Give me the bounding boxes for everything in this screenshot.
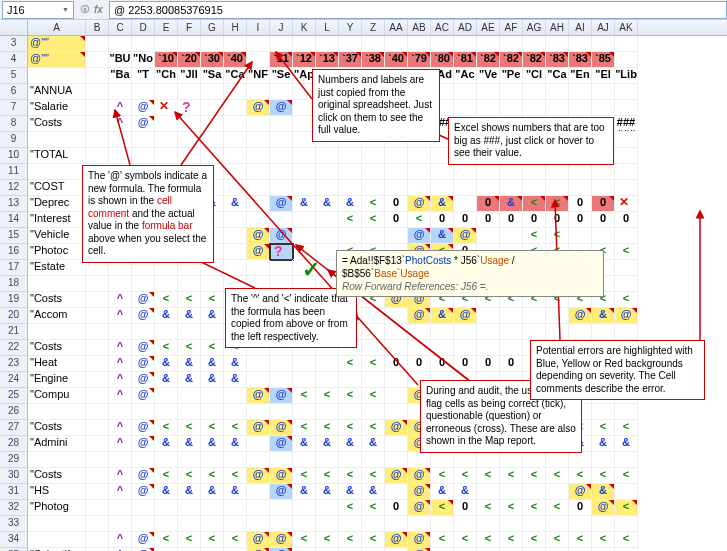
cell-AG7[interactable] <box>523 100 546 116</box>
cell-G34[interactable]: < <box>201 532 224 548</box>
row-header-28[interactable]: 28 <box>0 436 28 452</box>
cell-F28[interactable]: & <box>178 436 201 452</box>
select-all-corner[interactable] <box>0 20 28 35</box>
cell-AK28[interactable]: & <box>615 436 638 452</box>
cell-F26[interactable] <box>178 404 201 420</box>
cell-AI34[interactable]: < <box>569 532 592 548</box>
cell-J8[interactable] <box>270 116 293 132</box>
row-header-33[interactable]: 33 <box>0 516 28 532</box>
row-header-13[interactable]: 13 <box>0 196 28 212</box>
cell-B5[interactable] <box>86 68 109 84</box>
cell-AC11[interactable] <box>431 164 454 180</box>
cell-A22[interactable]: "Costs <box>28 340 86 356</box>
cell-B24[interactable] <box>86 372 109 388</box>
col-header-A[interactable]: A <box>28 20 86 35</box>
cell-D7[interactable]: @ <box>132 100 155 116</box>
cell-AI4[interactable]: `83 <box>569 52 592 68</box>
cell-AD23[interactable]: 0 <box>454 356 477 372</box>
cell-A13[interactable]: "Deprec <box>28 196 86 212</box>
cell-AB3[interactable] <box>408 36 431 52</box>
cell-F4[interactable]: `20 <box>178 52 201 68</box>
cell-C29[interactable] <box>109 452 132 468</box>
cell-AD31[interactable]: & <box>454 484 477 500</box>
cell-Z30[interactable]: < <box>362 468 385 484</box>
cell-AA29[interactable] <box>385 452 408 468</box>
cell-D30[interactable]: @ <box>132 468 155 484</box>
cell-A15[interactable]: "Vehicle <box>28 228 86 244</box>
cell-AB23[interactable]: 0 <box>408 356 431 372</box>
cell-AA27[interactable]: @ <box>385 420 408 436</box>
cell-AG13[interactable]: < <box>523 196 546 212</box>
cell-AK26[interactable] <box>615 404 638 420</box>
col-header-AI[interactable]: AI <box>569 20 592 35</box>
row-header-25[interactable]: 25 <box>0 388 28 404</box>
cell-AK20[interactable]: @ <box>615 308 638 324</box>
cell-AJ28[interactable]: & <box>592 436 615 452</box>
cell-AB14[interactable]: < <box>408 212 431 228</box>
cell-I13[interactable] <box>247 196 270 212</box>
cell-AF13[interactable]: & <box>500 196 523 212</box>
cell-AC21[interactable] <box>431 324 454 340</box>
cell-F20[interactable]: & <box>178 308 201 324</box>
cell-H7[interactable] <box>224 100 247 116</box>
cell-B4[interactable] <box>86 52 109 68</box>
cell-A17[interactable]: "Estate <box>28 260 86 276</box>
cell-AK12[interactable] <box>615 180 638 196</box>
cell-Y28[interactable]: & <box>339 436 362 452</box>
cell-AK10[interactable] <box>615 148 638 164</box>
cell-F33[interactable] <box>178 516 201 532</box>
cell-H25[interactable] <box>224 388 247 404</box>
cell-Y27[interactable]: < <box>339 420 362 436</box>
cell-I25[interactable]: @ <box>247 388 270 404</box>
cell-AC32[interactable]: < <box>431 500 454 516</box>
cell-AJ6[interactable] <box>592 84 615 100</box>
cell-AJ14[interactable]: 0 <box>592 212 615 228</box>
cell-I29[interactable] <box>247 452 270 468</box>
cell-K13[interactable]: & <box>293 196 316 212</box>
cell-D20[interactable]: @ <box>132 308 155 324</box>
cell-H30[interactable]: < <box>224 468 247 484</box>
cell-AK9[interactable] <box>615 132 638 148</box>
cell-AD15[interactable]: @ <box>454 228 477 244</box>
cell-AH13[interactable]: < <box>546 196 569 212</box>
cell-E7[interactable]: ✕ <box>155 100 178 116</box>
row-header-14[interactable]: 14 <box>0 212 28 228</box>
cell-AF33[interactable] <box>500 516 523 532</box>
cell-Z24[interactable] <box>362 372 385 388</box>
cell-AE31[interactable] <box>477 484 500 500</box>
cell-AH30[interactable]: < <box>546 468 569 484</box>
cell-AH32[interactable]: < <box>546 500 569 516</box>
cell-Z27[interactable]: < <box>362 420 385 436</box>
cell-AG3[interactable] <box>523 36 546 52</box>
col-header-AA[interactable]: AA <box>385 20 408 35</box>
cell-AC31[interactable]: & <box>431 484 454 500</box>
cell-B20[interactable] <box>86 308 109 324</box>
cell-AB22[interactable] <box>408 340 431 356</box>
cell-Z23[interactable]: < <box>362 356 385 372</box>
cell-L13[interactable]: & <box>316 196 339 212</box>
cell-E9[interactable] <box>155 132 178 148</box>
cell-AD21[interactable] <box>454 324 477 340</box>
cell-Y29[interactable] <box>339 452 362 468</box>
cell-H13[interactable]: & <box>224 196 247 212</box>
cell-AK33[interactable] <box>615 516 638 532</box>
cell-AC22[interactable] <box>431 340 454 356</box>
row-header-5[interactable]: 5 <box>0 68 28 84</box>
cell-AD33[interactable] <box>454 516 477 532</box>
cell-AD20[interactable]: @ <box>454 308 477 324</box>
cell-A18[interactable] <box>28 276 86 292</box>
cell-AE14[interactable]: 0 <box>477 212 500 228</box>
cell-L3[interactable] <box>316 36 339 52</box>
cell-I31[interactable] <box>247 484 270 500</box>
name-box-dropdown-icon[interactable]: ▼ <box>62 6 69 13</box>
cell-AK32[interactable]: < <box>615 500 638 516</box>
cell-AG34[interactable]: < <box>523 532 546 548</box>
cell-G21[interactable] <box>201 324 224 340</box>
cell-AI21[interactable] <box>569 324 592 340</box>
row-header-17[interactable]: 17 <box>0 260 28 276</box>
cell-A9[interactable] <box>28 132 86 148</box>
cell-AK19[interactable]: < <box>615 292 638 308</box>
cell-AA3[interactable] <box>385 36 408 52</box>
cell-AK31[interactable] <box>615 484 638 500</box>
cell-AA33[interactable] <box>385 516 408 532</box>
